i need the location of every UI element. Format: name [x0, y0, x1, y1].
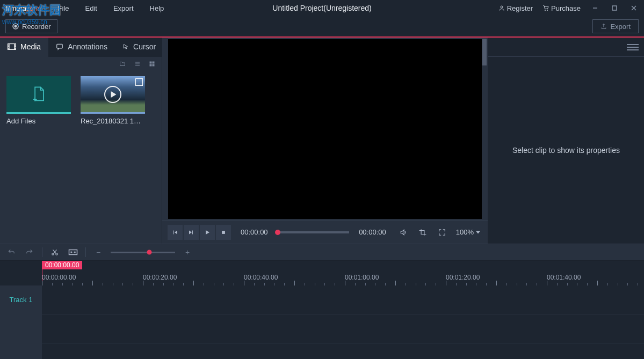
- export-button[interactable]: Export: [592, 19, 639, 33]
- logo-text: filmora: [5, 4, 26, 12]
- timeline-toolbar: − +: [0, 244, 644, 261]
- add-files-tile[interactable]: Add Files: [6, 76, 71, 125]
- ruler-label: 00:00:40.00: [244, 274, 278, 281]
- zoom-dropdown[interactable]: 100%: [454, 228, 482, 236]
- play-button[interactable]: [200, 225, 215, 240]
- purchase-link[interactable]: Purchase: [539, 2, 584, 14]
- seek-slider[interactable]: [278, 231, 350, 233]
- record-icon: [12, 23, 19, 30]
- export-icon: [600, 23, 607, 30]
- ruler-label: 00:01:20.00: [446, 274, 480, 281]
- stop-button[interactable]: [216, 225, 231, 240]
- prev-frame-button[interactable]: [168, 225, 183, 240]
- volume-button[interactable]: [396, 225, 411, 240]
- preview-wrap: [162, 38, 488, 220]
- svg-rect-28: [222, 231, 225, 234]
- fullscreen-button[interactable]: [435, 225, 450, 240]
- title-bar: filmora scrn File Edit Export Help Untit…: [0, 0, 644, 16]
- register-label: Register: [507, 4, 533, 12]
- media-grid: Add Files Rec_20180321 1…: [0, 71, 162, 244]
- menu-export[interactable]: Export: [106, 1, 141, 16]
- redo-button[interactable]: [24, 246, 35, 258]
- timeline-tracks: Track 1: [0, 285, 644, 359]
- maximize-button[interactable]: [606, 0, 623, 16]
- tab-cursor[interactable]: Cursor: [115, 38, 163, 57]
- total-time: 00:00:00: [359, 228, 386, 236]
- menu-help[interactable]: Help: [142, 1, 172, 16]
- main-area: Media Annotations Cursor Add Files: [0, 38, 644, 244]
- recorder-label: Recorder: [22, 23, 50, 31]
- export-label: Export: [610, 23, 631, 31]
- svg-rect-24: [150, 64, 152, 67]
- fit-button[interactable]: [67, 246, 79, 258]
- track-1[interactable]: Track 1: [0, 285, 644, 314]
- properties-panel: Select clip to show its properties: [488, 38, 644, 244]
- zoom-in-button[interactable]: +: [182, 246, 193, 258]
- purchase-label: Purchase: [551, 4, 581, 12]
- close-button[interactable]: [626, 0, 642, 16]
- svg-rect-18: [57, 44, 63, 48]
- ruler-label: 00:01:40.00: [547, 274, 581, 281]
- tab-annotations[interactable]: Annotations: [48, 38, 115, 57]
- undo-button[interactable]: [5, 246, 17, 258]
- library-tabs: Media Annotations Cursor: [0, 38, 162, 57]
- menu-edit[interactable]: Edit: [78, 1, 105, 16]
- svg-point-8: [15, 25, 17, 28]
- second-bar: Recorder Export: [0, 16, 644, 38]
- track-spacer2-body: [42, 343, 644, 359]
- zoom-out-button[interactable]: −: [92, 246, 104, 258]
- svg-rect-22: [150, 62, 152, 64]
- tab-cursor-label: Cursor: [133, 42, 156, 51]
- chevron-down-icon: [476, 231, 480, 234]
- ruler-ticks: 00:00:00.0000:00:20.0000:00:40.0000:01:0…: [42, 261, 644, 285]
- new-folder-icon[interactable]: [119, 61, 126, 67]
- seek-handle[interactable]: [275, 230, 280, 235]
- track-1-body[interactable]: [42, 285, 644, 314]
- preview-canvas[interactable]: [168, 39, 482, 219]
- separator: [42, 247, 42, 257]
- preview-panel: 00:00:00 00:00:00 100%: [162, 38, 488, 244]
- next-frame-button[interactable]: [184, 225, 199, 240]
- grid-view-icon[interactable]: [149, 61, 155, 67]
- add-files-label: Add Files: [6, 117, 71, 125]
- cart-icon: [542, 5, 549, 11]
- zoom-handle[interactable]: [147, 250, 152, 255]
- project-title: Untitled Project(Unregistered): [272, 4, 371, 12]
- tab-media[interactable]: Media: [0, 38, 48, 57]
- svg-point-0: [501, 6, 503, 8]
- separator: [85, 247, 86, 257]
- ruler-label: 00:00:00.00: [42, 274, 76, 281]
- timeline-ruler[interactable]: 00:00:00.00 00:00:00.0000:00:20.0000:00:…: [0, 261, 644, 285]
- track-1-header[interactable]: Track 1: [0, 285, 42, 314]
- film-badge-icon: [135, 78, 143, 86]
- view-bar: [0, 57, 162, 71]
- preview-controls: 00:00:00 00:00:00 100%: [162, 220, 488, 244]
- add-file-icon: [31, 86, 46, 103]
- track-spacer-head: [0, 314, 42, 343]
- svg-point-1: [545, 10, 546, 11]
- add-files-thumb: [6, 76, 71, 114]
- clip-label: Rec_20180321 1…: [81, 117, 145, 125]
- properties-placeholder: Select clip to show its properties: [488, 57, 644, 244]
- svg-rect-31: [69, 250, 77, 255]
- cursor-icon: [122, 43, 129, 50]
- list-view-icon[interactable]: [134, 61, 141, 67]
- zoom-value: 100%: [456, 228, 474, 236]
- register-link[interactable]: Register: [495, 2, 536, 14]
- tab-annotations-label: Annotations: [68, 42, 107, 51]
- track-spacer: [0, 314, 644, 343]
- cut-button[interactable]: [49, 246, 61, 258]
- library-panel: Media Annotations Cursor Add Files: [0, 38, 162, 244]
- media-clip-1[interactable]: Rec_20180321 1…: [81, 76, 145, 125]
- svg-rect-23: [153, 62, 155, 64]
- menu-file[interactable]: File: [50, 1, 77, 16]
- crop-button[interactable]: [415, 225, 430, 240]
- timeline-zoom-slider[interactable]: [111, 252, 175, 253]
- track-spacer-body: [42, 314, 644, 343]
- minimize-button[interactable]: [587, 0, 603, 16]
- properties-header: [488, 38, 644, 57]
- recorder-button[interactable]: Recorder: [5, 19, 57, 33]
- ruler-label: 00:00:20.00: [143, 274, 177, 281]
- panel-menu-button[interactable]: [627, 41, 639, 53]
- app-logo: filmora scrn: [0, 4, 45, 12]
